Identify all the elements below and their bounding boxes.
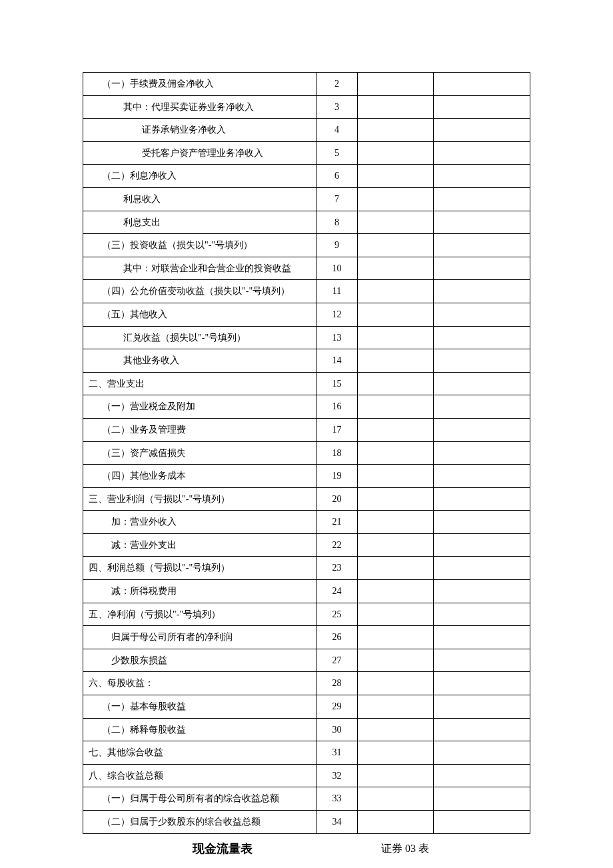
row-number: 22: [316, 533, 358, 557]
row-value-2: [434, 119, 530, 142]
row-number: 24: [316, 580, 358, 603]
row-value-1: [358, 280, 434, 303]
row-value-2: [434, 465, 530, 488]
row-value-2: [434, 234, 530, 257]
row-label: 汇兑收益（损失以"-"号填列）: [83, 326, 316, 349]
row-value-2: [434, 303, 530, 326]
table-row: （四）其他业务成本19: [83, 465, 530, 488]
row-value-1: [358, 303, 434, 326]
row-value-1: [358, 580, 434, 603]
row-number: 11: [316, 280, 358, 303]
row-number: 33: [316, 787, 358, 811]
row-value-2: [434, 73, 530, 96]
row-number: 4: [316, 119, 358, 142]
row-label: （四）其他业务成本: [83, 465, 316, 488]
row-number: 8: [316, 211, 358, 234]
table-row: （五）其他收入12: [83, 303, 530, 326]
row-value-1: [358, 649, 434, 672]
table-row: 二、营业支出15: [83, 372, 530, 395]
row-value-2: [434, 718, 530, 741]
row-number: 5: [316, 141, 358, 165]
row-number: 14: [316, 349, 358, 373]
table-row: 少数股东损益27: [83, 649, 530, 672]
row-value-1: [358, 395, 434, 419]
row-label: 利息支出: [83, 211, 316, 234]
row-value-1: [358, 326, 434, 349]
row-value-1: [358, 418, 434, 441]
cashflow-title: 现金流量表: [193, 841, 253, 857]
row-label: 其中：对联营企业和合营企业的投资收益: [83, 257, 316, 280]
row-value-2: [434, 533, 530, 557]
row-value-1: [358, 718, 434, 741]
row-number: 18: [316, 441, 358, 465]
row-number: 10: [316, 257, 358, 280]
row-value-1: [358, 73, 434, 96]
table-row: （一）基本每股收益29: [83, 695, 530, 719]
row-number: 30: [316, 718, 358, 741]
row-value-2: [434, 672, 530, 695]
next-table-header: 现金流量表 证券 03 表 编制单位： 年 月 单位：元: [83, 841, 530, 868]
row-value-2: [434, 557, 530, 580]
table-row: 八、综合收益总额32: [83, 764, 530, 787]
row-value-2: [434, 141, 530, 165]
row-label: 受托客户资产管理业务净收入: [83, 141, 316, 165]
row-value-1: [358, 234, 434, 257]
row-label: 七、其他综合收益: [83, 741, 316, 765]
table-row: 证券承销业务净收入4: [83, 119, 530, 142]
row-value-2: [434, 811, 530, 834]
row-label: 归属于母公司所有者的净利润: [83, 626, 316, 649]
row-value-1: [358, 764, 434, 787]
row-number: 15: [316, 372, 358, 395]
row-value-2: [434, 626, 530, 649]
row-value-1: [358, 672, 434, 695]
row-value-2: [434, 418, 530, 441]
table-row: 其中：代理买卖证券业务净收入3: [83, 95, 530, 119]
row-number: 20: [316, 487, 358, 511]
row-number: 13: [316, 326, 358, 349]
table-row: （一）营业税金及附加16: [83, 395, 530, 419]
row-value-1: [358, 557, 434, 580]
row-value-1: [358, 372, 434, 395]
row-value-2: [434, 741, 530, 765]
row-label: 减：营业外支出: [83, 533, 316, 557]
row-value-2: [434, 187, 530, 211]
row-label: （五）其他收入: [83, 303, 316, 326]
table-row: （二）稀释每股收益30: [83, 718, 530, 741]
row-label: 其他业务收入: [83, 349, 316, 373]
row-value-2: [434, 580, 530, 603]
row-value-2: [434, 511, 530, 534]
table-row: 七、其他综合收益31: [83, 741, 530, 765]
row-label: （二）稀释每股收益: [83, 718, 316, 741]
row-number: 12: [316, 303, 358, 326]
row-label: （二）归属于少数股东的综合收益总额: [83, 811, 316, 834]
row-label: 减：所得税费用: [83, 580, 316, 603]
row-value-1: [358, 603, 434, 626]
row-label: （一）基本每股收益: [83, 695, 316, 719]
row-value-1: [358, 487, 434, 511]
row-value-1: [358, 811, 434, 834]
row-value-2: [434, 487, 530, 511]
row-label: 证券承销业务净收入: [83, 119, 316, 142]
row-value-2: [434, 326, 530, 349]
row-value-2: [434, 165, 530, 188]
row-label: 加：营业外收入: [83, 511, 316, 534]
row-number: 3: [316, 95, 358, 119]
row-value-1: [358, 95, 434, 119]
row-label: 八、综合收益总额: [83, 764, 316, 787]
row-label: （三）资产减值损失: [83, 441, 316, 465]
row-label: （一）归属于母公司所有者的综合收益总额: [83, 787, 316, 811]
row-number: 26: [316, 626, 358, 649]
row-value-2: [434, 95, 530, 119]
row-value-1: [358, 349, 434, 373]
row-label: （二）业务及管理费: [83, 418, 316, 441]
table-row: （二）业务及管理费17: [83, 418, 530, 441]
row-number: 28: [316, 672, 358, 695]
table-row: 受托客户资产管理业务净收入5: [83, 141, 530, 165]
row-value-1: [358, 741, 434, 765]
row-number: 19: [316, 465, 358, 488]
row-value-1: [358, 141, 434, 165]
row-number: 16: [316, 395, 358, 419]
row-label: 利息收入: [83, 187, 316, 211]
row-number: 7: [316, 187, 358, 211]
row-label: （三）投资收益（损失以"-"号填列）: [83, 234, 316, 257]
